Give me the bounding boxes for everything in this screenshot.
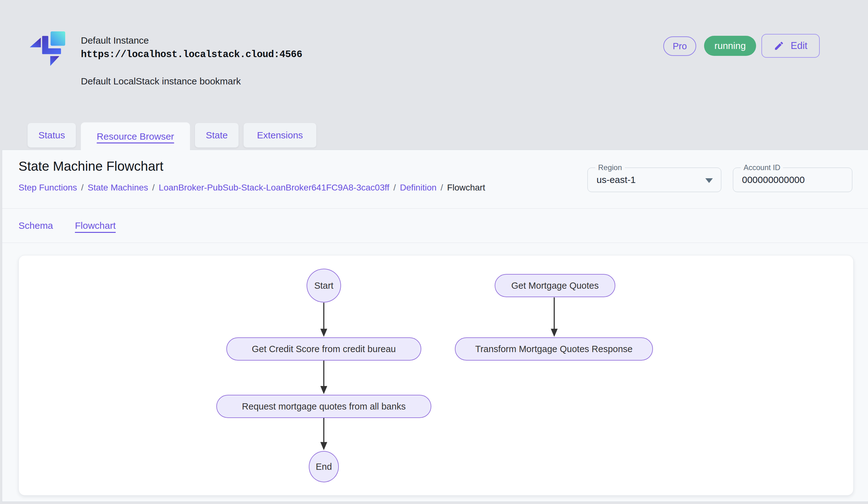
breadcrumb-flowchart: Flowchart — [447, 183, 485, 193]
flow-node-start: Start — [307, 269, 341, 303]
tab-status[interactable]: Status — [28, 123, 76, 148]
section-divider — [2, 243, 868, 243]
edit-button-label: Edit — [790, 40, 807, 51]
flow-node-start-label: Start — [314, 281, 333, 291]
flow-node-transform-response: Transform Mortgage Quotes Response — [455, 337, 653, 361]
instance-url: https://localhost.localstack.cloud:4566 — [81, 49, 302, 60]
breadcrumb-state-machine-name[interactable]: LoanBroker-PubSub-Stack-LoanBroker641FC9… — [158, 183, 389, 193]
flow-node-get-mortgage-quotes-label: Get Mortgage Quotes — [511, 281, 599, 291]
tab-resource-browser[interactable]: Resource Browser — [81, 122, 190, 150]
tab-resource-browser-label: Resource Browser — [97, 131, 174, 142]
tab-status-label: Status — [38, 130, 65, 141]
breadcrumb-separator: / — [152, 183, 155, 193]
breadcrumb-separator: / — [441, 183, 443, 193]
pro-badge: Pro — [663, 37, 696, 56]
account-id-input[interactable] — [742, 168, 836, 192]
region-select[interactable]: Region us-east-1 — [587, 168, 721, 192]
edit-button[interactable]: Edit — [762, 34, 820, 58]
pencil-icon — [774, 40, 784, 51]
breadcrumb-separator: / — [393, 183, 396, 193]
flow-node-get-credit-score: Get Credit Score from credit bureau — [226, 337, 421, 361]
flowchart-canvas: Start Get Mortgage Quotes Get Credit Sco… — [19, 255, 854, 495]
tab-extensions[interactable]: Extensions — [244, 123, 316, 148]
chevron-down-icon — [705, 178, 713, 183]
running-status-badge: running — [704, 36, 756, 56]
localstack-logo — [30, 31, 65, 67]
instance-description: Default LocalStack instance bookmark — [81, 76, 241, 87]
tab-extensions-label: Extensions — [257, 130, 303, 141]
account-id-field: Account ID — [733, 168, 852, 192]
localstack-app: Default Instance https://localhost.local… — [0, 0, 868, 504]
flow-node-request-quotes: Request mortgage quotes from all banks — [216, 395, 431, 418]
breadcrumb-state-machines[interactable]: State Machines — [88, 183, 148, 193]
breadcrumb-step-functions[interactable]: Step Functions — [19, 183, 77, 193]
flow-node-request-quotes-label: Request mortgage quotes from all banks — [242, 401, 406, 412]
flow-node-get-mortgage-quotes: Get Mortgage Quotes — [495, 274, 615, 297]
flow-node-get-credit-score-label: Get Credit Score from credit bureau — [252, 344, 396, 354]
instance-name: Default Instance — [81, 35, 149, 46]
breadcrumb: Step Functions / State Machines / LoanBr… — [19, 183, 485, 193]
resource-browser-panel: State Machine Flowchart Step Functions /… — [2, 150, 868, 502]
page-title: State Machine Flowchart — [19, 159, 163, 174]
flow-node-transform-response-label: Transform Mortgage Quotes Response — [475, 344, 633, 354]
section-divider — [2, 208, 868, 209]
tab-state[interactable]: State — [195, 123, 239, 148]
subtab-schema[interactable]: Schema — [19, 220, 53, 231]
flow-node-end: End — [309, 451, 339, 482]
region-select-value: us-east-1 — [597, 168, 705, 192]
tab-state-label: State — [206, 130, 228, 141]
flow-node-end-label: End — [316, 462, 332, 472]
breadcrumb-separator: / — [81, 183, 84, 193]
breadcrumb-definition[interactable]: Definition — [400, 183, 437, 193]
subtab-flowchart[interactable]: Flowchart — [75, 220, 116, 231]
flowchart-edges — [19, 255, 853, 495]
